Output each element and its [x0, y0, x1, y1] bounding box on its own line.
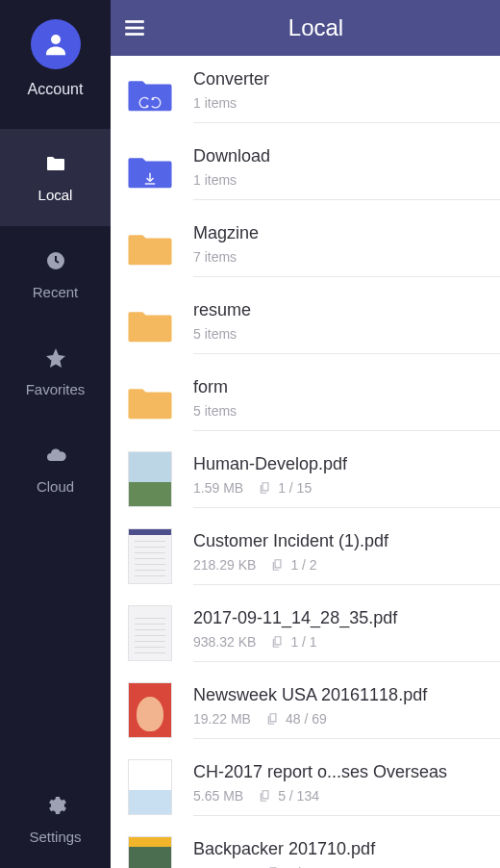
sidebar-item-cloud[interactable]: Cloud: [0, 421, 111, 518]
sidebar: Account Local Recent Favorites Cloud Set…: [0, 0, 111, 868]
sidebar-item-recent[interactable]: Recent: [0, 226, 111, 323]
folder-name: form: [193, 377, 500, 397]
folder-icon: [125, 228, 175, 268]
file-name: 2017-09-11_14_28_35.pdf: [193, 608, 500, 628]
folder-name: Magzine: [193, 223, 500, 243]
pdf-thumbnail: [128, 836, 172, 868]
folder-count: 1 items: [193, 172, 500, 188]
folder-icon: [125, 382, 175, 422]
folder-name: Converter: [193, 69, 500, 89]
clock-icon: [44, 249, 67, 272]
file-size: 938.32 KB: [193, 634, 256, 650]
file-row[interactable]: CH-2017 report o...ses Overseas 5.65 MB …: [111, 749, 500, 826]
file-row[interactable]: Backpacker 201710.pdf 43.41 MB 1 / 84: [111, 826, 500, 868]
file-size: 1.59 MB: [193, 480, 243, 496]
sidebar-item-favorites[interactable]: Favorites: [0, 323, 111, 421]
folder-count: 5 items: [193, 326, 500, 342]
folder-icon: [125, 151, 175, 191]
pdf-thumbnail: [128, 605, 172, 661]
file-name: Customer Incident (1).pdf: [193, 531, 500, 551]
folder-name: resume: [193, 300, 500, 320]
folder-icon: [125, 74, 175, 115]
pdf-thumbnail: [128, 759, 172, 815]
folder-row[interactable]: Magzine 7 items: [111, 210, 500, 287]
sidebar-item-label: Cloud: [37, 478, 74, 495]
pdf-thumbnail: [128, 451, 172, 507]
file-name: Human-Develop.pdf: [193, 454, 500, 474]
sidebar-item-settings[interactable]: Settings: [0, 771, 111, 868]
file-size: 218.29 KB: [193, 557, 256, 573]
folder-count: 5 items: [193, 403, 500, 419]
nav-items: Local Recent Favorites Cloud: [0, 129, 111, 771]
pdf-thumbnail: [128, 528, 172, 584]
file-name: Backpacker 201710.pdf: [193, 839, 500, 859]
page-title: Local: [143, 14, 488, 41]
main-pane: Local Converter 1 items Download 1 items…: [111, 0, 500, 868]
file-row[interactable]: Human-Develop.pdf 1.59 MB 1 / 15: [111, 441, 500, 518]
sidebar-item-label: Settings: [29, 829, 81, 845]
sidebar-item-label: Local: [38, 187, 73, 203]
file-name: Newsweek USA 20161118.pdf: [193, 685, 500, 705]
file-name: CH-2017 report o...ses Overseas: [193, 762, 500, 782]
cloud-icon: [44, 444, 67, 467]
pdf-thumbnail: [128, 682, 172, 738]
folder-count: 7 items: [193, 249, 500, 265]
file-pages: 48 / 69: [266, 711, 327, 727]
file-list[interactable]: Converter 1 items Download 1 items Magzi…: [111, 56, 500, 868]
sidebar-item-label: Favorites: [26, 381, 86, 397]
pages-icon: [271, 558, 285, 572]
account-section[interactable]: Account: [28, 19, 84, 98]
folder-icon: [125, 305, 175, 345]
pages-icon: [266, 712, 280, 726]
file-pages: 5 / 134: [259, 788, 319, 804]
file-pages: 1 / 15: [259, 480, 312, 496]
pages-icon: [259, 481, 272, 495]
account-label: Account: [28, 81, 84, 98]
file-size: 19.22 MB: [193, 711, 251, 727]
file-row[interactable]: Newsweek USA 20161118.pdf 19.22 MB 48 / …: [111, 672, 500, 749]
folder-row[interactable]: Converter 1 items: [111, 56, 500, 133]
pages-icon: [259, 789, 272, 803]
sidebar-item-label: Recent: [33, 284, 79, 300]
gear-icon: [44, 794, 67, 817]
file-pages: 1 / 2: [271, 557, 316, 573]
file-row[interactable]: Customer Incident (1).pdf 218.29 KB 1 / …: [111, 518, 500, 595]
folder-name: Download: [193, 146, 500, 166]
file-pages: 1 / 1: [271, 634, 316, 650]
folder-row[interactable]: resume 5 items: [111, 287, 500, 364]
avatar-icon: [31, 19, 81, 69]
pages-icon: [271, 635, 285, 649]
sidebar-item-local[interactable]: Local: [0, 129, 111, 226]
folder-count: 1 items: [193, 95, 500, 111]
folder-row[interactable]: form 5 items: [111, 364, 500, 441]
file-size: 5.65 MB: [193, 788, 243, 804]
folder-row[interactable]: Download 1 items: [111, 133, 500, 210]
file-row[interactable]: 2017-09-11_14_28_35.pdf 938.32 KB 1 / 1: [111, 595, 500, 672]
folder-icon: [44, 152, 67, 175]
star-icon: [44, 346, 67, 370]
top-bar: Local: [111, 0, 500, 56]
svg-point-0: [51, 35, 61, 44]
